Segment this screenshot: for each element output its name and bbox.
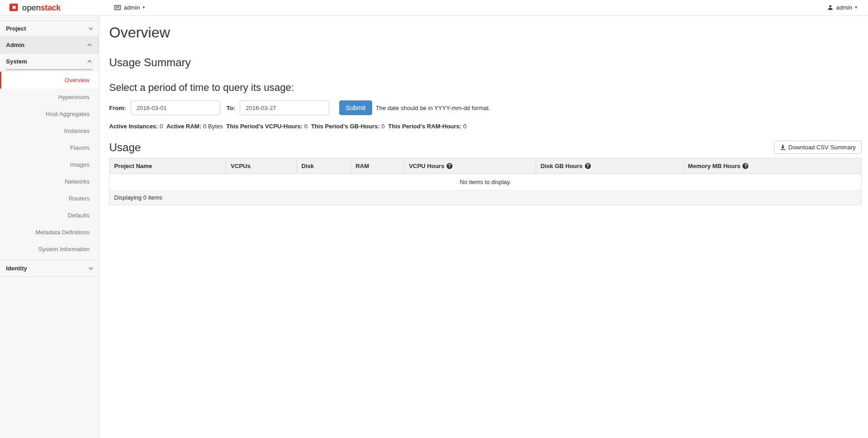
col-memory-mb-hours: Memory MB Hours?	[683, 158, 861, 174]
usage-stats-line: Active Instances: 0 Active RAM: 0 Bytes …	[109, 123, 862, 130]
top-navbar: openstack admin ▾ admin ▾	[0, 0, 868, 16]
help-icon[interactable]: ?	[447, 163, 452, 169]
chevron-down-icon	[89, 26, 93, 30]
usage-table-header-row: Project Name VCPUs Disk RAM VCPU Hours? …	[110, 158, 862, 174]
usage-table-heading: Usage	[109, 141, 141, 154]
caret-down-icon: ▾	[142, 5, 145, 10]
openstack-brand[interactable]: openstack	[0, 3, 99, 13]
submit-button[interactable]: Submit	[339, 100, 372, 115]
sidebar-item-host-aggregates[interactable]: Host Aggregates	[0, 106, 99, 122]
download-icon	[780, 144, 786, 150]
col-ram: RAM	[351, 158, 404, 174]
stat-value: 0	[463, 123, 466, 130]
col-disk: Disk	[297, 158, 351, 174]
chevron-up-icon	[87, 59, 92, 64]
main-content: Overview Usage Summary Select a period o…	[99, 16, 868, 438]
sidebar-item-networks[interactable]: Networks	[0, 173, 99, 190]
sidebar-section-label: System	[6, 58, 27, 65]
stat-value: 0	[160, 123, 163, 130]
sidebar-item-flavors[interactable]: Flavors	[0, 139, 99, 156]
stat-label: This Period's VCPU-Hours:	[226, 123, 303, 130]
sidebar-section-label: Identity	[6, 265, 27, 272]
domain-list-icon	[114, 4, 121, 11]
column-label: Project Name	[114, 163, 152, 169]
empty-message: No items to display.	[110, 174, 862, 190]
col-disk-gb-hours: Disk GB Hours?	[536, 158, 683, 174]
sidebar-item-defaults[interactable]: Defaults	[0, 207, 99, 224]
sidebar-section-system[interactable]: System	[0, 53, 99, 69]
stat-value: 0	[304, 123, 307, 130]
sidebar-nav: Project Admin System Overview Hypervisor…	[0, 16, 99, 438]
table-footer-row: Displaying 0 items	[110, 190, 862, 205]
sidebar-section-label: Admin	[6, 42, 24, 48]
stat-value: 0 Bytes	[203, 123, 223, 130]
sidebar-item-instances[interactable]: Instances	[0, 122, 99, 139]
context-switcher-label: admin	[124, 4, 140, 11]
sidebar-section-admin[interactable]: Admin	[0, 36, 99, 53]
sidebar-item-hypervisors[interactable]: Hypervisors	[0, 89, 99, 106]
items-count: Displaying 0 items	[110, 190, 862, 205]
sidebar-item-images[interactable]: Images	[0, 156, 99, 173]
stat-label: Active RAM:	[166, 123, 201, 130]
stat-label: This Period's GB-Hours:	[311, 123, 379, 130]
chevron-down-icon	[89, 265, 93, 270]
user-icon	[827, 5, 833, 11]
usage-period-form: From: To: Submit The date should be in Y…	[109, 100, 862, 115]
stat-label: This Period's RAM-Hours:	[388, 123, 462, 130]
download-csv-button[interactable]: Download CSV Summary	[774, 141, 862, 154]
column-label: VCPUs	[231, 163, 250, 169]
brand-word-stack: stack	[41, 3, 61, 12]
stat-value: 0	[381, 123, 384, 130]
brand-wordmark: openstack	[22, 4, 61, 12]
sidebar-section-identity[interactable]: Identity	[0, 260, 99, 277]
usage-table: Project Name VCPUs Disk RAM VCPU Hours? …	[109, 158, 862, 205]
brand-word-open: open	[22, 3, 41, 12]
caret-down-icon: ▾	[855, 5, 857, 10]
stat-label: Active Instances:	[109, 123, 158, 130]
sidebar-item-overview[interactable]: Overview	[0, 72, 99, 89]
column-label: Memory MB Hours	[688, 163, 741, 169]
help-icon[interactable]: ?	[585, 163, 591, 169]
to-label: To:	[226, 105, 235, 111]
col-vcpu-hours: VCPU Hours?	[404, 158, 536, 174]
project-context-switcher[interactable]: admin ▾	[114, 4, 145, 11]
user-menu[interactable]: admin ▾	[827, 4, 857, 11]
column-label: VCPU Hours	[409, 163, 444, 169]
sidebar-section-label: Project	[6, 25, 26, 32]
usage-summary-heading: Usage Summary	[109, 56, 862, 69]
system-panel-items: Overview Hypervisors Host Aggregates Ins…	[0, 70, 99, 260]
page-title: Overview	[109, 24, 862, 41]
period-heading: Select a period of time to query its usa…	[109, 82, 862, 94]
user-menu-label: admin	[836, 4, 852, 11]
sidebar-section-project[interactable]: Project	[0, 21, 99, 36]
sidebar-item-system-information[interactable]: System Information	[0, 241, 99, 258]
col-project-name: Project Name	[110, 158, 226, 174]
date-format-hint: The date should be in YYYY-mm-dd format.	[376, 105, 490, 111]
empty-row: No items to display.	[110, 174, 862, 190]
column-label: Disk GB Hours	[541, 163, 583, 169]
column-label: Disk	[301, 163, 314, 169]
col-vcpus: VCPUs	[226, 158, 297, 174]
column-label: RAM	[356, 163, 369, 169]
sidebar-item-metadata-definitions[interactable]: Metadata Definitions	[0, 224, 99, 241]
download-csv-label: Download CSV Summary	[789, 144, 856, 151]
help-icon[interactable]: ?	[742, 163, 748, 169]
from-date-input[interactable]	[131, 100, 220, 115]
sidebar-item-routers[interactable]: Routers	[0, 190, 99, 207]
chevron-up-icon	[87, 43, 92, 47]
from-label: From:	[109, 105, 126, 111]
openstack-logo-icon	[9, 3, 19, 13]
to-date-input[interactable]	[240, 100, 329, 115]
